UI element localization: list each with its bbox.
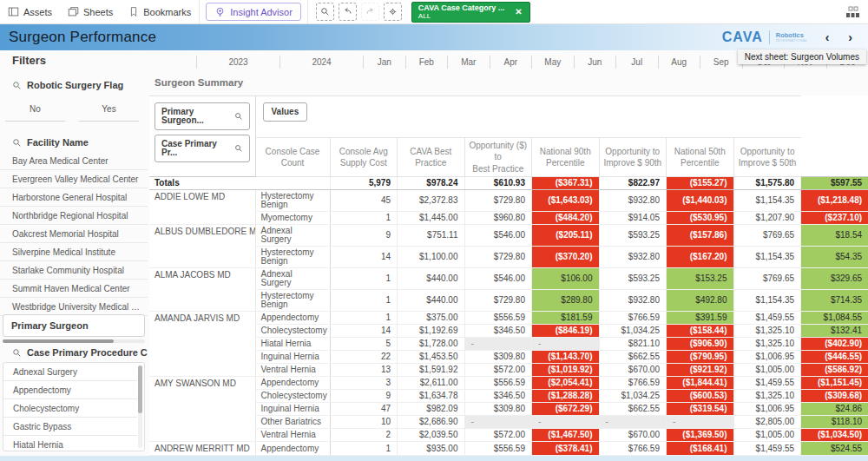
procedure-cell[interactable]: Adnexal Surgery	[255, 268, 330, 290]
facility-item[interactable]: Oakcrest Memorial Hospital	[0, 225, 148, 243]
procedure-cell[interactable]: Other Bariatrics	[255, 416, 330, 429]
month-filter-item[interactable]: May	[531, 56, 574, 69]
sheets-label: Sheets	[83, 7, 113, 17]
selection-chip[interactable]: CAVA Case Category ... ALL ✕	[411, 2, 530, 23]
procedure-cell[interactable]: Appendectomy	[255, 442, 330, 456]
selection-tools	[308, 3, 410, 21]
sheets-button[interactable]: Sheets	[60, 0, 121, 23]
column-header[interactable]: National 90th Percentile	[532, 138, 600, 177]
value-cell: $440.00	[398, 268, 465, 290]
procedure-cell[interactable]: Hysterectomy Benign	[255, 190, 330, 212]
primary-surgeon-header[interactable]: Primary Surgeon	[3, 314, 145, 337]
vertical-scrollbar[interactable]	[138, 366, 142, 448]
month-filter-item[interactable]: Jun	[574, 56, 616, 69]
procedure-cell[interactable]: Hysterectomy Benign	[255, 290, 330, 312]
smart-search-icon[interactable]	[316, 3, 334, 21]
facility-item[interactable]: Evergreen Valley Medical Center	[0, 170, 148, 188]
month-filter-item[interactable]: Apr	[490, 56, 532, 69]
month-filter-item[interactable]: Aug	[658, 56, 700, 69]
robotic-flag-option[interactable]: No	[5, 98, 65, 122]
month-filter-item[interactable]: Mar	[447, 56, 490, 69]
value-cell: $118.10	[801, 416, 868, 429]
step-back-icon[interactable]	[339, 3, 357, 21]
search-icon	[234, 112, 243, 121]
facility-item[interactable]: Westbridge University Medical Cent...	[0, 298, 148, 316]
value-cell: $670.00	[599, 364, 667, 377]
column-header[interactable]: National 50th Percentile	[667, 138, 734, 177]
column-header[interactable]: Opportunity to Improve $ 90th	[599, 138, 667, 177]
scrollbar-thumb[interactable]	[3, 339, 114, 343]
surgeon-cell[interactable]: AMY SWANSON MD	[149, 377, 255, 442]
column-header[interactable]: CAVA Best Practice	[398, 138, 465, 177]
next-sheet-button[interactable]: ›	[848, 31, 852, 43]
procedure-item[interactable]: Cholecystectomy	[3, 399, 137, 418]
selections-tool-icon[interactable]	[384, 3, 402, 21]
value-cell: $1,325.10	[733, 390, 801, 403]
clear-selection-icon[interactable]: ✕	[508, 3, 529, 22]
main-content: Surgeon Summary Primary Surgeon... Case …	[148, 73, 868, 456]
month-filter-item[interactable]: Jul	[615, 56, 658, 69]
value-cell: ($530.95)	[667, 212, 734, 225]
bottom-scrollbar[interactable]	[0, 456, 868, 461]
procedure-cell[interactable]: Inguinal Hernia	[255, 403, 330, 416]
value-cell: $440.00	[398, 290, 465, 312]
primary-surgeon-search-chip[interactable]: Primary Surgeon...	[155, 102, 250, 130]
search-icon	[12, 138, 22, 148]
surgeon-cell[interactable]: ADDIE LOWE MD	[149, 190, 255, 225]
listbox-header[interactable]: Facility Name	[0, 137, 148, 148]
value-cell: ($672.29)	[532, 403, 600, 416]
value-cell: $329.65	[801, 268, 868, 290]
month-filter-item[interactable]: Feb	[405, 56, 448, 69]
procedure-cell[interactable]: Adnexal Surgery	[255, 225, 330, 247]
facility-item[interactable]: Harborstone General Hospital	[0, 188, 148, 207]
procedure-cell[interactable]: Cholecystectomy	[255, 390, 330, 403]
value-cell: 2	[330, 429, 398, 442]
procedure-cell[interactable]: Myomectomy	[255, 212, 330, 225]
year-filter-item[interactable]: 2024	[279, 56, 363, 69]
procedure-cell[interactable]: Cholecystectomy	[255, 325, 330, 338]
facility-item[interactable]: Silverpine Medical Institute	[0, 243, 148, 261]
column-header[interactable]: Opportunity to Improve $ 50th	[733, 138, 801, 177]
value-cell: $821.10	[599, 338, 667, 351]
procedure-cell[interactable]: Ventral Hernia	[255, 364, 330, 377]
procedure-cell[interactable]: Appendectomy	[255, 377, 330, 390]
procedure-cell[interactable]: Inguinal Hernia	[255, 351, 330, 364]
value-cell: $346.50	[464, 325, 532, 338]
surgeon-cell[interactable]: ALBUS DUMBLEDORE MD	[149, 225, 255, 268]
procedure-cell[interactable]: Hiatal Hernia	[255, 338, 330, 351]
facility-item[interactable]: Summit Haven Medical Center	[0, 280, 148, 298]
month-filter-item[interactable]: Jan	[363, 56, 405, 69]
procedure-cell[interactable]: Appendectomy	[255, 312, 330, 325]
app-navigation-icon[interactable]	[845, 6, 859, 18]
assets-button[interactable]: Assets	[0, 0, 60, 23]
previous-sheet-button[interactable]: ‹	[825, 31, 830, 43]
surgeon-cell[interactable]: AMANDA JARVIS MD	[149, 312, 255, 377]
procedure-item[interactable]: Hiatal Hernia	[3, 436, 137, 451]
facility-item[interactable]: Starlake Community Hospital	[0, 261, 148, 280]
procedure-item[interactable]: Gastric Bypass	[3, 418, 137, 436]
procedure-cell[interactable]: Ventral Hernia	[255, 429, 330, 442]
listbox-header[interactable]: Case Primary Procedure Categ...	[0, 347, 148, 358]
values-chip[interactable]: Values	[263, 102, 308, 122]
bookmarks-button[interactable]: Bookmarks	[121, 0, 199, 23]
surgeon-cell[interactable]: ANDREW MERRITT MD	[149, 442, 255, 456]
column-header[interactable]: Console Avg Supply Cost	[330, 138, 398, 177]
procedure-search-chip[interactable]: Case Primary Pr...	[155, 135, 250, 162]
robotic-flag-option[interactable]: Yes	[79, 98, 139, 122]
surgeon-cell[interactable]: ALMA JACOBS MD	[149, 268, 255, 312]
insight-advisor-button[interactable]: Insight Advisor	[206, 3, 301, 21]
scrollbar-thumb[interactable]	[138, 366, 142, 413]
facility-item[interactable]: Northbridge Regional Hospital	[0, 207, 148, 225]
year-filter-item[interactable]: 2023	[196, 56, 279, 69]
procedure-item[interactable]: Appendectomy	[3, 381, 137, 399]
column-header[interactable]: Opportunity ($) to Best Practice	[464, 138, 532, 177]
procedure-item[interactable]: Adnexal Surgery	[3, 363, 137, 381]
horizontal-scrollbar[interactable]	[3, 339, 145, 343]
month-filter-item[interactable]: Sep	[700, 56, 742, 69]
listbox-header[interactable]: Robotic Surgery Flag	[0, 80, 148, 90]
value-cell: $960.80	[464, 212, 532, 225]
column-header[interactable]: Console Case Count	[255, 138, 330, 177]
value-cell: $1,325.10	[733, 325, 801, 338]
facility-item[interactable]: Bay Area Medical Center	[0, 152, 148, 170]
procedure-cell[interactable]: Hysterectomy Benign	[255, 247, 330, 268]
